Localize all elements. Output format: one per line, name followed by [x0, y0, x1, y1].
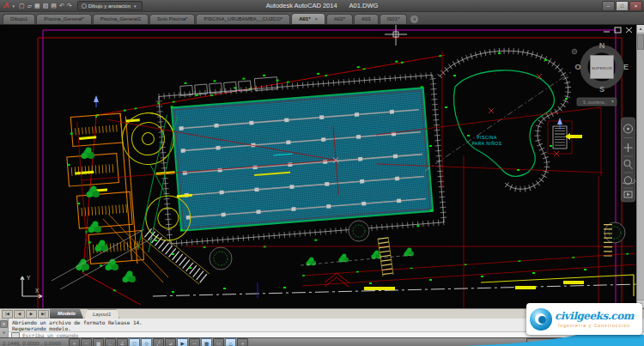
- workspace-switch-button[interactable]: ◪: [618, 338, 629, 346]
- autocad-logo-icon[interactable]: A: [3, 0, 9, 11]
- file-tab-piscina-urubamba-cuzco[interactable]: PISCINA_URUBAMBA__CUZCO*: [196, 14, 290, 24]
- hatched-trees: [210, 221, 625, 270]
- toggle-sc[interactable]: △: [225, 338, 236, 346]
- vertical-scrollbar[interactable]: ▲ ▼: [636, 25, 644, 308]
- viewcube-south[interactable]: S: [599, 85, 605, 94]
- civilgeeks-sphere-icon: [530, 308, 552, 331]
- main-pool: [172, 88, 433, 231]
- redo-icon[interactable]: ↷: [67, 1, 72, 11]
- doc-close-icon[interactable]: [626, 27, 632, 33]
- model-space-button[interactable]: MODELO: [526, 338, 557, 346]
- prev-layout-button[interactable]: ◀: [14, 310, 25, 319]
- ucs-dropdown[interactable]: S. coordena...: [577, 98, 617, 106]
- toggle-infer[interactable]: ⌖: [69, 338, 80, 346]
- next-layout-button[interactable]: ▶: [26, 310, 37, 319]
- ucs-dropdown-label: S. coordena...: [583, 100, 607, 105]
- app-menu-chevron-down-icon[interactable]: ▾: [13, 3, 15, 9]
- watermark-logo: civilgeeks.com Ingeniería y Construcción: [526, 303, 642, 335]
- file-tab-a01[interactable]: A01*×: [291, 13, 325, 24]
- quick-view-drawings-button[interactable]: ◧: [558, 338, 569, 346]
- tab-model[interactable]: Modelo: [50, 309, 83, 319]
- ucs-icon: Y X: [21, 275, 42, 298]
- file-tab-a03[interactable]: A03: [354, 14, 379, 24]
- command-tools-icon[interactable]: ⚙: [1, 330, 7, 336]
- new-file-icon[interactable]: ▢: [19, 1, 25, 11]
- clean-screen-button[interactable]: [632, 338, 641, 346]
- titlebar: A ▾ ▢ ▱ ▦ ▧ ▤ ↶ ↷ Dibujo y anotación ▾ A…: [0, 0, 644, 12]
- last-layout-button[interactable]: ▶|: [38, 310, 49, 319]
- file-tab-label: Solo Piscina*: [157, 16, 187, 21]
- viewcube-home-icon[interactable]: [572, 49, 577, 54]
- command-gutter: × ⚙: [0, 319, 9, 337]
- toggle-ortho[interactable]: ∟: [105, 338, 116, 346]
- file-tab-solo-piscina[interactable]: Solo Piscina*: [149, 14, 195, 24]
- file-tab-piscina-general[interactable]: Piscina_General*: [36, 14, 91, 24]
- file-tab-label: A02*: [334, 16, 345, 21]
- site-plan: [61, 55, 462, 308]
- minimize-button[interactable]: –: [602, 1, 615, 11]
- file-tab-label: Piscina_General2: [100, 16, 141, 21]
- file-tab-label: IS01*: [387, 16, 400, 21]
- file-tab-bar: Dibujo1 Piscina_General* Piscina_General…: [0, 12, 644, 25]
- open-file-icon[interactable]: ▱: [27, 1, 32, 11]
- navigation-bar[interactable]: [622, 118, 635, 202]
- watermark-brand: civilgeeks.com: [555, 311, 634, 322]
- toggle-snap[interactable]: ▫: [81, 338, 92, 346]
- road-centerline: [153, 284, 639, 296]
- kids-pool-label: PISCINA: [477, 135, 497, 140]
- autoscale-button[interactable]: ◩: [606, 338, 617, 346]
- crosshair-cursor: [385, 25, 407, 46]
- toggle-3dosnap[interactable]: ◇: [141, 338, 152, 346]
- file-tab-a02[interactable]: A02*: [326, 14, 353, 24]
- tab-layout1[interactable]: Layout1: [84, 309, 119, 319]
- file-tab-label: PISCINA_URUBAMBA__CUZCO*: [204, 16, 283, 21]
- toggle-am[interactable]: +: [237, 338, 248, 346]
- plot-icon[interactable]: ▤: [51, 1, 57, 11]
- toggle-dyn[interactable]: ▶: [177, 338, 188, 346]
- window-controls: – □ ×: [602, 1, 642, 11]
- viewcube[interactable]: N S E O SUPERIOR: [572, 41, 629, 94]
- undo-icon[interactable]: ↶: [59, 1, 64, 11]
- toggle-polar[interactable]: ∠: [117, 338, 128, 346]
- toggle-tpy[interactable]: ▩: [201, 338, 212, 346]
- file-tab-label: A03: [361, 16, 371, 21]
- file-tab-label: Piscina_General*: [44, 16, 83, 21]
- ucs-y-label: Y: [27, 275, 31, 281]
- file-tab-label: Dibujo1: [10, 16, 27, 21]
- close-button[interactable]: ×: [629, 1, 642, 11]
- viewcube-north[interactable]: N: [599, 41, 605, 50]
- viewcube-west[interactable]: O: [574, 63, 580, 71]
- toggle-qp[interactable]: ▭: [213, 338, 224, 346]
- save-as-icon[interactable]: ▧: [43, 1, 49, 11]
- viewcube-east[interactable]: E: [623, 63, 629, 71]
- autocad-window: A ▾ ▢ ▱ ▦ ▧ ▤ ↶ ↷ Dibujo y anotación ▾ A…: [0, 0, 644, 346]
- annotation-visibility-button[interactable]: ▥: [594, 338, 605, 346]
- coordinates-readout[interactable]: 2.1446, 0.0000 , 0.0000: [3, 341, 68, 346]
- first-layout-button[interactable]: |◀: [2, 310, 13, 319]
- toggle-osnap[interactable]: ◻: [129, 338, 140, 346]
- scrollbar-thumb[interactable]: [637, 34, 644, 50]
- workspace-selector[interactable]: Dibujo y anotación ▾: [77, 1, 143, 10]
- annotation-scale-button[interactable]: ▤: [582, 338, 593, 346]
- viewcube-face-label[interactable]: SUPERIOR: [592, 66, 612, 70]
- maximize-button[interactable]: □: [616, 1, 629, 11]
- file-tab-piscina-general2[interactable]: Piscina_General2: [93, 14, 149, 24]
- file-tab-is01[interactable]: IS01*: [380, 14, 408, 24]
- scroll-up-icon[interactable]: ▲: [637, 25, 644, 33]
- app-name: Autodesk AutoCAD 2014: [266, 2, 337, 9]
- tab-close-icon[interactable]: ×: [314, 16, 318, 21]
- save-icon[interactable]: ▦: [34, 1, 40, 11]
- cad-drawing[interactable]: PISCINA PARA NIÑOS: [0, 25, 644, 308]
- kids-pool-label: PARA NIÑOS: [471, 141, 501, 146]
- quick-view-layouts-button[interactable]: ◨: [570, 338, 581, 346]
- drawing-canvas[interactable]: PISCINA PARA NIÑOS: [0, 25, 644, 308]
- toggle-ducs[interactable]: ⊿: [165, 338, 176, 346]
- toggle-lwt[interactable]: ─: [189, 338, 200, 346]
- command-close-icon[interactable]: ×: [0, 320, 8, 328]
- new-tab-button[interactable]: +: [410, 15, 418, 23]
- ucs-x-label: X: [35, 288, 39, 294]
- toggle-otrack[interactable]: ╱: [153, 338, 164, 346]
- toggle-grid[interactable]: ▦: [93, 338, 104, 346]
- workspace-label: Dibujo y anotación: [88, 3, 131, 9]
- file-tab-dibujo1[interactable]: Dibujo1: [3, 14, 35, 24]
